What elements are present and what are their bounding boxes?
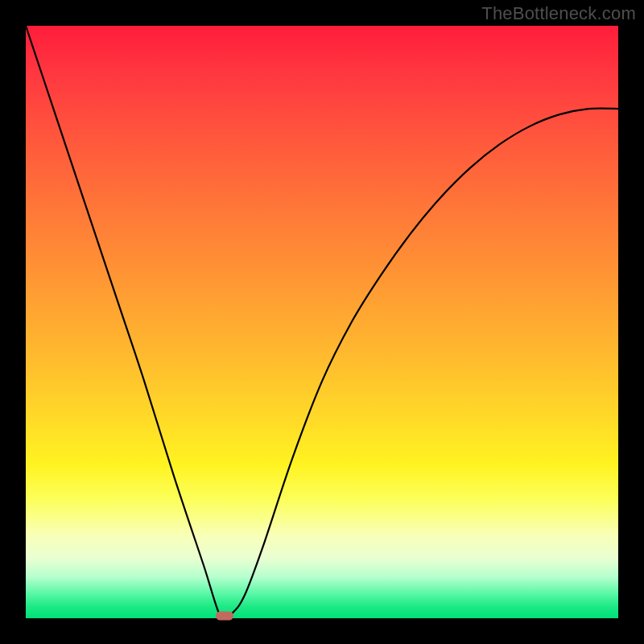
chart-frame: TheBottleneck.com (0, 0, 644, 644)
optimum-marker (216, 612, 233, 621)
watermark-text: TheBottleneck.com (481, 3, 636, 24)
plot-area (26, 26, 618, 618)
bottleneck-curve (26, 26, 618, 618)
